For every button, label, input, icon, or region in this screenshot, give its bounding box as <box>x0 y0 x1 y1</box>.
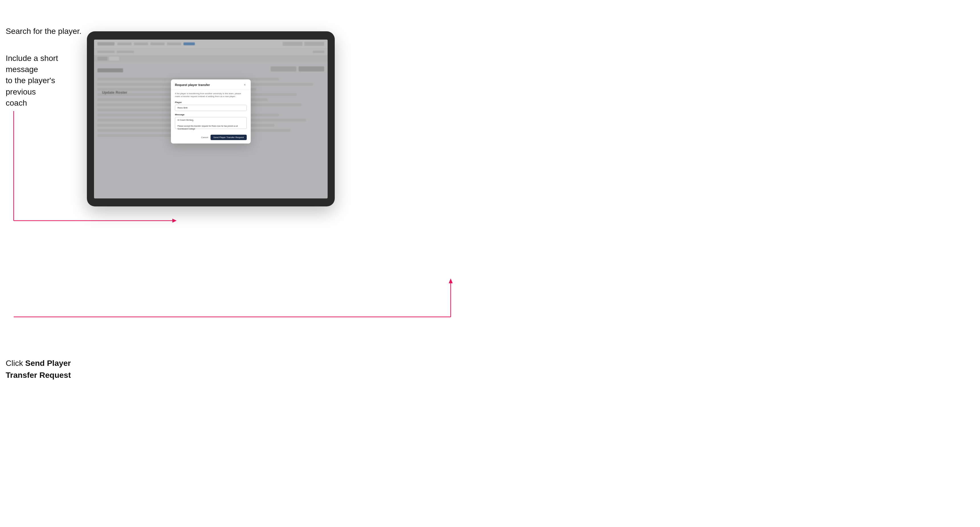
cancel-button[interactable]: Cancel <box>201 136 208 139</box>
modal-body: If the player is transferring from anoth… <box>171 89 251 135</box>
tablet-device: Update Roster Request player transfer × … <box>87 31 335 206</box>
annotation-search: Search for the player. <box>6 25 81 37</box>
annotation-click: Click Send PlayerTransfer Request <box>6 357 71 381</box>
tablet-screen: Update Roster Request player transfer × … <box>94 40 328 198</box>
modal-footer: Cancel Send Player Transfer Request <box>171 135 251 143</box>
player-input[interactable]: Rees Britt <box>175 105 247 111</box>
send-transfer-button[interactable]: Send Player Transfer Request <box>210 135 247 140</box>
player-field-label: Player <box>175 101 247 104</box>
modal-overlay: Request player transfer × If the player … <box>94 40 328 198</box>
modal-title: Request player transfer <box>175 83 210 87</box>
annotation-search-text: Search for the player. <box>6 27 81 36</box>
svg-marker-2 <box>172 219 177 223</box>
message-field-label: Message <box>175 113 247 116</box>
player-input-value: Rees Britt <box>178 106 188 109</box>
annotation-click-bold: Send PlayerTransfer Request <box>6 359 71 379</box>
annotation-message: Include a short messageto the player's p… <box>6 53 86 108</box>
message-textarea[interactable]: Hi Coach McHarg,Please accept this trans… <box>175 117 247 129</box>
modal-description: If the player is transferring from anoth… <box>175 92 247 98</box>
request-transfer-modal: Request player transfer × If the player … <box>171 79 251 143</box>
modal-close-button[interactable]: × <box>243 83 247 87</box>
svg-marker-5 <box>449 278 453 283</box>
modal-header: Request player transfer × <box>171 79 251 89</box>
